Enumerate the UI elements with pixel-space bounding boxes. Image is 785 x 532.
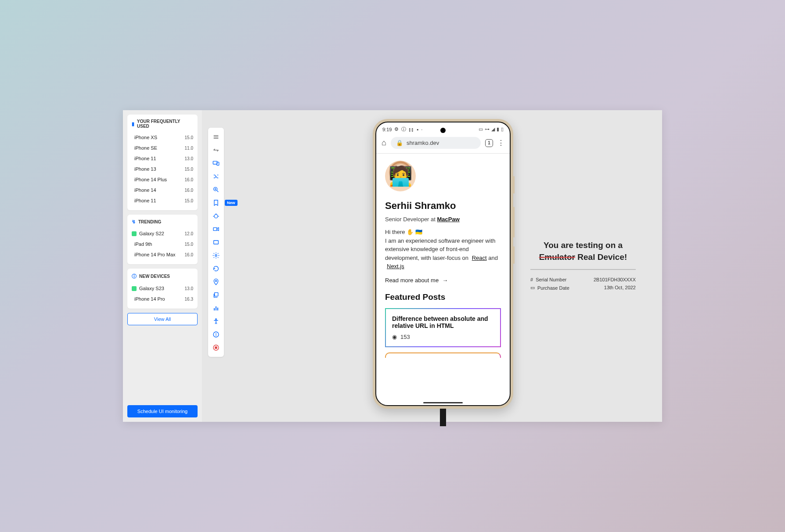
device-row[interactable]: iPhone 1315.0: [132, 164, 193, 174]
nextjs-link[interactable]: Next.js: [387, 263, 404, 270]
tab-count[interactable]: 1: [485, 139, 493, 147]
device-row[interactable]: Galaxy S2313.0: [132, 283, 193, 294]
svg-rect-19: [215, 293, 218, 296]
device-row[interactable]: iPhone SE11.0: [132, 143, 193, 153]
card-header: ⓘ NEW DEVICES: [132, 273, 193, 280]
svg-marker-15: [217, 228, 219, 231]
volume-down-button[interactable]: [513, 207, 515, 237]
volume-up-button[interactable]: [513, 176, 515, 194]
company-link[interactable]: MacPaw: [437, 216, 460, 223]
svg-line-7: [217, 191, 218, 192]
settings-icon[interactable]: [208, 249, 224, 262]
menu-icon[interactable]: [208, 130, 224, 144]
url-bar[interactable]: 🔒 shramko.dev: [391, 137, 481, 149]
clock: 9:19: [382, 127, 392, 132]
avatar: 🧑‍💻: [385, 161, 416, 191]
posts-heading: Featured Posts: [385, 292, 501, 302]
layers-icon[interactable]: [208, 288, 224, 302]
svg-rect-28: [215, 347, 217, 349]
vpn-icon: ⊶: [485, 126, 490, 132]
info-panel: You are testing on a Emulator Real Devic…: [530, 240, 636, 292]
react-link[interactable]: React: [472, 255, 487, 261]
device-row[interactable]: Galaxy S2212.0: [132, 228, 193, 239]
bookmark-icon: ▮: [132, 121, 134, 127]
vertical-toolbar: New: [208, 128, 224, 357]
fullscreen-icon[interactable]: [208, 236, 224, 249]
battery-icon: ▯: [501, 126, 504, 132]
info-icon: ⓘ: [132, 273, 137, 280]
device-row[interactable]: iPad 9th15.0: [132, 239, 193, 249]
date-row: ▭Purchase Date 13th Oct, 2022: [530, 284, 636, 292]
video-icon[interactable]: [208, 223, 224, 236]
post-card-partial[interactable]: [385, 352, 501, 358]
card-title: TRENDING: [138, 219, 161, 224]
strike-text: Emulator: [539, 252, 575, 262]
accessibility-icon[interactable]: [208, 315, 224, 328]
bug-icon[interactable]: [208, 209, 224, 223]
home-indicator[interactable]: [423, 402, 463, 403]
rotate-icon[interactable]: [208, 262, 224, 275]
device-row[interactable]: iPhone 14 Plus16.0: [132, 174, 193, 185]
shuffle-icon[interactable]: [208, 170, 224, 183]
android-icon: [132, 231, 137, 236]
card-title: YOUR FREQUENTLY USED: [137, 119, 193, 129]
phone-frame: 9:19 ⚙ ⓘ ⫿⫿ ▪ · ▭ ⊶ ◢ ▮ ▯: [373, 119, 513, 409]
view-all-button[interactable]: View All: [127, 313, 198, 325]
new-devices-card: ⓘ NEW DEVICES Galaxy S2313.0 iPhone 14 P…: [127, 269, 198, 309]
post-card[interactable]: Difference between absolute and relative…: [385, 308, 501, 347]
svg-rect-16: [214, 241, 219, 244]
eye-icon: ◉: [392, 334, 397, 340]
serial-value: 2B101FDH30XXXX: [594, 277, 636, 283]
post-title: Difference between absolute and relative…: [392, 315, 494, 329]
zoom-icon[interactable]: [208, 183, 224, 196]
home-icon[interactable]: ⌂: [382, 138, 386, 147]
device-row[interactable]: iPhone XS15.0: [132, 132, 193, 143]
device-row[interactable]: iPhone 1416.0: [132, 185, 193, 195]
device-row[interactable]: iPhone 14 Pro16.3: [132, 294, 193, 304]
resize-icon[interactable]: [208, 144, 224, 157]
help-icon[interactable]: [208, 328, 224, 341]
gear-icon: ⚙: [394, 126, 399, 132]
device-row[interactable]: iPhone 1115.0: [132, 195, 193, 206]
page-heading: Serhii Shramko: [385, 200, 501, 212]
power-button[interactable]: [513, 246, 515, 264]
android-icon: [132, 286, 137, 291]
card-header: ▮ YOUR FREQUENTLY USED: [132, 119, 193, 129]
svg-rect-14: [213, 228, 217, 231]
app-frame: ▮ YOUR FREQUENTLY USED iPhone XS15.0 iPh…: [123, 110, 662, 422]
svg-point-23: [216, 319, 217, 320]
serial-row: #Serial Number 2B101FDH30XXXX: [530, 276, 636, 284]
url-text: shramko.dev: [407, 140, 439, 146]
info-status-icon: ⓘ: [401, 126, 406, 133]
phone-screen[interactable]: 9:19 ⚙ ⓘ ⫿⫿ ▪ · ▭ ⊶ ◢ ▮ ▯: [375, 122, 511, 406]
dot-icon: ·: [421, 127, 422, 132]
intro-text: Hi there ✋ 🇺🇦 I am an experienced softwa…: [385, 228, 501, 271]
device-row[interactable]: iPhone 1113.0: [132, 153, 193, 164]
freq-used-card: ▮ YOUR FREQUENTLY USED iPhone XS15.0 iPh…: [127, 115, 198, 210]
schedule-button[interactable]: Schedule UI monitoring: [127, 405, 198, 417]
divider: [530, 270, 636, 270]
bookmark-tool-icon[interactable]: New: [208, 196, 224, 209]
hash-icon: #: [530, 277, 533, 283]
nosim-icon: ▭: [479, 126, 483, 132]
role-line: Senior Developer at MacPaw: [385, 216, 501, 223]
devices-icon[interactable]: [208, 157, 224, 170]
location-icon[interactable]: [208, 275, 224, 288]
svg-point-18: [215, 280, 216, 281]
camera-cutout: [440, 128, 446, 133]
svg-point-26: [216, 335, 216, 336]
device-sidebar: ▮ YOUR FREQUENTLY USED iPhone XS15.0 iPh…: [123, 110, 202, 422]
card-title: NEW DEVICES: [139, 274, 170, 279]
chart-icon[interactable]: [208, 302, 224, 315]
browser-bar: ⌂ 🔒 shramko.dev 1 ⋮: [376, 134, 510, 154]
card-header: ↯ TRENDING: [132, 219, 193, 225]
more-icon[interactable]: ⋮: [497, 139, 504, 147]
read-more-link[interactable]: Read more about me →: [385, 277, 501, 284]
square-icon: ▪: [417, 127, 418, 132]
record-icon[interactable]: [208, 341, 224, 354]
date-value: 13th Oct, 2022: [604, 285, 636, 291]
info-heading: You are testing on a Emulator Real Devic…: [530, 240, 636, 263]
svg-point-10: [214, 215, 218, 218]
device-row[interactable]: iPhone 14 Pro Max16.0: [132, 249, 193, 260]
arrow-right-icon: →: [442, 277, 448, 284]
